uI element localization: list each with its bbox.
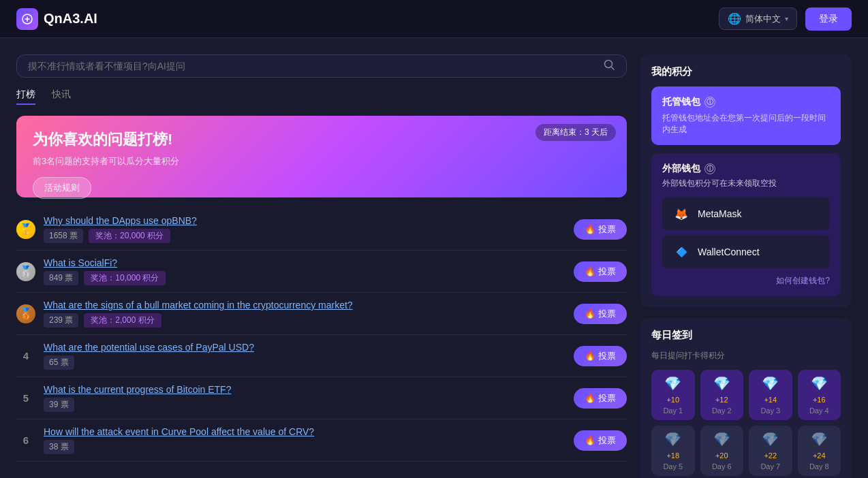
vote-button-4[interactable]: 🔥 投票 — [574, 346, 627, 366]
rank-tags-5: 39 票 — [44, 398, 565, 412]
checkin-grid: 💎 +10 Day 1 💎 +12 Day 2 💎 +14 Day 3 💎 +1… — [651, 370, 841, 476]
rank-title-4[interactable]: What are the potential use cases of PayP… — [44, 342, 565, 353]
checkin-points-3: +14 — [764, 396, 777, 404]
rank-medal-3: 🥉 — [16, 304, 35, 323]
votes-badge-1: 1658 票 — [44, 229, 83, 243]
rank-content-4: What are the potential use cases of PayP… — [44, 342, 565, 370]
checkin-label-6: Day 6 — [712, 462, 732, 471]
info-icon-2[interactable]: ⓘ — [704, 163, 715, 174]
crystal-icon-1: 💎 — [664, 375, 681, 392]
checkin-points-7: +22 — [764, 451, 777, 460]
rank-content-2: What is SocialFi? 849 票 奖池：10,000 积分 — [44, 257, 565, 285]
checkin-day-7[interactable]: 💎 +22 Day 7 — [749, 426, 792, 476]
table-row: 6 How will the attack event in Curve Poo… — [16, 419, 627, 462]
table-row: 5 What is the current progress of Bitcoi… — [16, 377, 627, 419]
banner-title: 为你喜欢的问题打榜! — [33, 129, 610, 150]
left-column: 打榜 快讯 距离结束：3 天后 为你喜欢的问题打榜! 前3名问题的支持者可以瓜分… — [16, 54, 627, 462]
rank-tags-1: 1658 票 奖池：20,000 积分 — [44, 229, 565, 243]
rank-tags-3: 239 票 奖池：2,000 积分 — [44, 313, 565, 328]
checkin-label-2: Day 2 — [712, 407, 732, 415]
checkin-day-1[interactable]: 💎 +10 Day 1 — [651, 370, 695, 420]
checkin-label-5: Day 5 — [663, 462, 683, 471]
custodial-wallet-card: 托管钱包 ⓘ 托管钱包地址会在您第一次提问后的一段时间内生成 — [651, 86, 841, 145]
checkin-day-3[interactable]: 💎 +14 Day 3 — [749, 370, 792, 420]
main-layout: 打榜 快讯 距离结束：3 天后 为你喜欢的问题打榜! 前3名问题的支持者可以瓜分… — [0, 38, 868, 478]
metamask-label: MetaMask — [698, 208, 742, 219]
rank-title-5[interactable]: What is the current progress of Bitcoin … — [44, 384, 565, 395]
checkin-points-4: +16 — [813, 396, 826, 404]
checkin-day-5[interactable]: 💎 +18 Day 5 — [651, 426, 695, 476]
checkin-label-3: Day 3 — [760, 407, 780, 415]
vote-button-5[interactable]: 🔥 投票 — [574, 388, 627, 409]
rank-medal-2: 🥈 — [16, 262, 35, 281]
rank-number-4: 4 — [16, 350, 35, 362]
rank-title-2[interactable]: What is SocialFi? — [44, 257, 565, 268]
daily-checkin-title: 每日签到 — [651, 329, 841, 342]
checkin-day-2[interactable]: 💎 +12 Day 2 — [700, 370, 744, 420]
checkin-label-1: Day 1 — [663, 407, 683, 415]
rank-number-6: 6 — [16, 434, 35, 446]
rank-tags-2: 849 票 奖池：10,000 积分 — [44, 271, 565, 285]
language-selector[interactable]: 🌐 简体中文 ▾ — [719, 7, 797, 30]
rank-content-3: What are the signs of a bull market comi… — [44, 300, 565, 328]
checkin-day-6[interactable]: 💎 +20 Day 6 — [700, 426, 744, 476]
rank-title-1[interactable]: Why should the DApps use opBNB? — [44, 215, 565, 226]
crystal-icon-7: 💎 — [762, 431, 779, 447]
logo-text: QnA3.AI — [44, 11, 97, 27]
vote-button-6[interactable]: 🔥 投票 — [574, 430, 627, 451]
tab-ranking[interactable]: 打榜 — [16, 89, 35, 105]
info-icon[interactable]: ⓘ — [704, 97, 715, 108]
checkin-points-8: +24 — [813, 451, 826, 460]
walletconnect-option[interactable]: 🔷 WalletConnect — [662, 236, 830, 268]
search-input[interactable] — [28, 61, 596, 71]
table-row: 🥈 What is SocialFi? 849 票 奖池：10,000 积分 🔥… — [16, 251, 627, 293]
lang-label: 简体中文 — [745, 13, 781, 25]
crystal-icon-2: 💎 — [713, 375, 730, 392]
table-row: 🥉 What are the signs of a bull market co… — [16, 293, 627, 335]
pool-badge-2: 奖池：10,000 积分 — [84, 271, 166, 285]
rank-title-3[interactable]: What are the signs of a bull market comi… — [44, 300, 565, 310]
logo: QnA3.AI — [16, 8, 97, 30]
rank-content-1: Why should the DApps use opBNB? 1658 票 奖… — [44, 215, 565, 243]
rank-content-5: What is the current progress of Bitcoin … — [44, 384, 565, 412]
login-button[interactable]: 登录 — [805, 7, 852, 31]
search-icon[interactable] — [603, 59, 615, 74]
votes-badge-5: 39 票 — [44, 398, 74, 412]
checkin-points-5: +18 — [666, 451, 679, 460]
globe-icon: 🌐 — [728, 12, 741, 25]
metamask-icon: 🦊 — [672, 204, 691, 223]
checkin-subtitle: 每日提问打卡得积分 — [651, 350, 841, 362]
tab-news[interactable]: 快讯 — [52, 89, 71, 105]
votes-badge-2: 849 票 — [44, 271, 78, 285]
rank-title-6[interactable]: How will the attack event in Curve Pool … — [44, 426, 565, 437]
rank-tags-6: 38 票 — [44, 440, 565, 454]
checkin-label-7: Day 7 — [760, 462, 780, 471]
rank-content-6: How will the attack event in Curve Pool … — [44, 426, 565, 454]
svg-point-1 — [605, 61, 613, 68]
metamask-option[interactable]: 🦊 MetaMask — [662, 197, 830, 230]
crystal-icon-8: 💎 — [811, 431, 828, 447]
votes-badge-6: 38 票 — [44, 440, 74, 454]
crystal-icon-5: 💎 — [664, 431, 681, 447]
crystal-icon-4: 💎 — [811, 375, 828, 392]
table-row: 🥇 Why should the DApps use opBNB? 1658 票… — [16, 208, 627, 251]
rank-tags-4: 65 票 — [44, 355, 565, 370]
vote-button-1[interactable]: 🔥 投票 — [574, 219, 627, 240]
vote-button-3[interactable]: 🔥 投票 — [574, 304, 627, 324]
right-column: 我的积分 托管钱包 ⓘ 托管钱包地址会在您第一次提问后的一段时间内生成 外部钱包… — [640, 54, 852, 462]
checkin-day-4[interactable]: 💎 +16 Day 4 — [798, 370, 841, 420]
rank-medal-1: 🥇 — [16, 220, 35, 239]
vote-button-2[interactable]: 🔥 投票 — [574, 261, 627, 282]
header-right: 🌐 简体中文 ▾ 登录 — [719, 7, 852, 31]
chevron-down-icon: ▾ — [785, 15, 788, 22]
banner-desc: 前3名问题的支持者可以瓜分大量积分 — [33, 155, 610, 168]
banner-rules-button[interactable]: 活动规则 — [33, 177, 91, 199]
logo-icon — [16, 8, 38, 30]
crystal-icon-6: 💎 — [713, 431, 730, 447]
checkin-label-4: Day 4 — [809, 407, 829, 415]
create-wallet-link[interactable]: 如何创建钱包? — [662, 275, 830, 287]
rank-number-5: 5 — [16, 392, 35, 404]
checkin-day-8[interactable]: 💎 +24 Day 8 — [798, 426, 841, 476]
banner: 距离结束：3 天后 为你喜欢的问题打榜! 前3名问题的支持者可以瓜分大量积分 活… — [16, 116, 627, 197]
checkin-points-1: +10 — [666, 396, 679, 404]
